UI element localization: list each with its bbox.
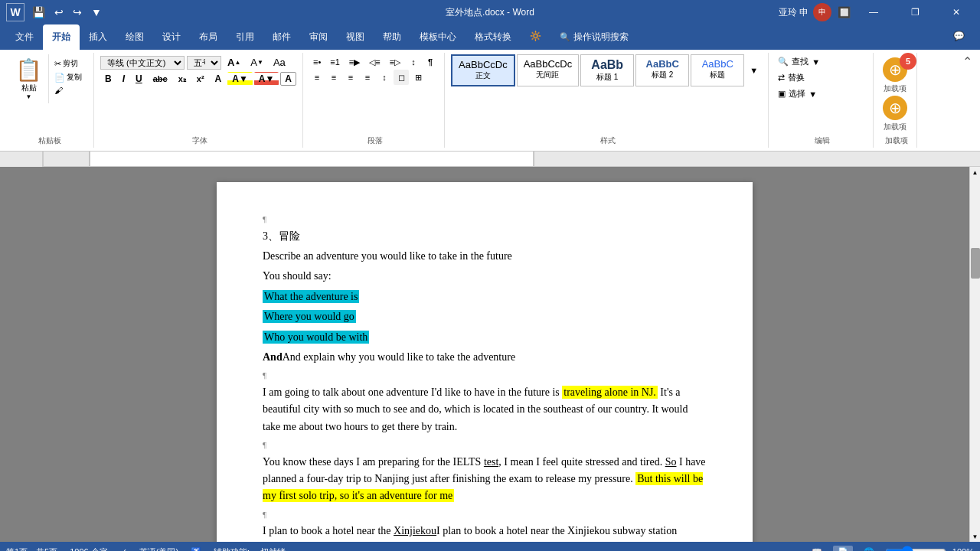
- italic-button[interactable]: I: [118, 72, 129, 86]
- superscript-button[interactable]: x²: [192, 73, 209, 85]
- pilcrow-1: ¶: [263, 213, 707, 227]
- zoom-slider[interactable]: [885, 546, 946, 551]
- section-num: 3、冒险: [263, 230, 300, 242]
- window-title: 室外地点.docx - Word: [446, 6, 534, 19]
- select-icon: ▣: [778, 89, 786, 99]
- underline-button[interactable]: U: [131, 72, 147, 86]
- vertical-scrollbar[interactable]: ▲ ▼: [969, 167, 980, 542]
- body2-test: test,: [484, 456, 501, 468]
- restore-btn[interactable]: ❐: [897, 0, 933, 24]
- and-bold: And: [263, 351, 283, 363]
- find-dropdown-icon[interactable]: ▼: [812, 57, 820, 67]
- xinjiekou: Xinjiekou: [394, 525, 436, 536]
- tab-comment[interactable]: 💬: [944, 24, 974, 50]
- change-case-btn[interactable]: Aa: [270, 54, 289, 70]
- tab-mail[interactable]: 邮件: [263, 24, 300, 50]
- bullet-who-text: Who you would be with: [263, 331, 369, 344]
- web-view-btn[interactable]: 🌐: [859, 546, 879, 552]
- tab-help[interactable]: 帮助: [374, 24, 410, 50]
- replace-button[interactable]: ⇄ 替换: [775, 70, 867, 85]
- show-marks-btn[interactable]: ¶: [423, 54, 438, 70]
- ribbon-content: 📋 粘贴 ▼ ✂剪切 📄复制 🖌 粘贴板 等线 (中文正文) 五号 A▲ A▼ …: [0, 50, 980, 152]
- scroll-track[interactable]: [970, 178, 980, 531]
- highlight-btn[interactable]: A▼: [227, 72, 253, 86]
- ribbon-collapse-btn[interactable]: ⌃: [961, 53, 974, 148]
- align-left-btn[interactable]: ≡: [309, 70, 325, 85]
- redo-btn[interactable]: ↪: [70, 5, 85, 20]
- scroll-thumb[interactable]: [971, 248, 980, 279]
- bullet-what: What the adventure is: [263, 289, 707, 305]
- multilevel-btn[interactable]: ≡▶: [345, 54, 364, 70]
- undo-btn[interactable]: ↩: [51, 5, 67, 20]
- align-right-btn[interactable]: ≡: [343, 70, 358, 85]
- char-border-btn[interactable]: A: [280, 72, 296, 86]
- format-painter-button[interactable]: 🖌: [52, 85, 84, 96]
- bullets-btn[interactable]: ≡•: [309, 54, 325, 70]
- tab-draw[interactable]: 绘图: [116, 24, 153, 50]
- line-spacing-btn[interactable]: ↕: [377, 70, 392, 85]
- font-size-select[interactable]: 五号: [187, 56, 221, 70]
- body2-so: So: [665, 456, 677, 468]
- bullet-who: Who you would be with: [263, 329, 707, 346]
- decrease-font-btn[interactable]: A▼: [247, 54, 267, 70]
- sort-btn[interactable]: ↕: [406, 54, 421, 70]
- save-btn[interactable]: 💾: [29, 5, 48, 20]
- ribbon-toggle[interactable]: 🔲: [838, 6, 850, 18]
- page-view-btn[interactable]: 📄: [833, 546, 853, 552]
- tab-search-action[interactable]: 🔍操作说明搜索: [550, 24, 638, 50]
- styles-more-btn[interactable]: ▼: [746, 63, 762, 78]
- shading-btn[interactable]: ◻: [394, 70, 409, 85]
- doc-scroll[interactable]: ¶ 3、冒险 Describe an adventure you would l…: [0, 167, 969, 542]
- tab-review[interactable]: 审阅: [300, 24, 337, 50]
- status-bar: 第1页，共5页 1096 个字 ✓ 英语(美国) ♿ 辅助功能: 一切就绪 📖 …: [0, 542, 980, 551]
- doc-and-explain: AndAnd explain why you would like to tak…: [263, 349, 707, 366]
- tab-insert[interactable]: 插入: [80, 24, 116, 50]
- numbering-btn[interactable]: ≡1: [326, 54, 344, 70]
- text-effects-btn[interactable]: A: [211, 72, 227, 86]
- find-button[interactable]: 🔍 查找 ▼: [775, 54, 867, 69]
- tab-references[interactable]: 引用: [227, 24, 263, 50]
- subscript-button[interactable]: x₂: [174, 73, 191, 86]
- tab-layout[interactable]: 布局: [190, 24, 227, 50]
- tab-light[interactable]: 🔆: [521, 24, 550, 50]
- close-btn[interactable]: ✕: [939, 0, 974, 24]
- increase-indent-btn[interactable]: ≡▷: [386, 54, 404, 70]
- style-heading2[interactable]: AaBbC 标题 2: [635, 54, 689, 86]
- language: 英语(美国): [139, 546, 178, 552]
- read-view-btn[interactable]: 📖: [807, 546, 827, 552]
- align-center-btn[interactable]: ≡: [326, 70, 341, 85]
- borders-btn[interactable]: ⊞: [410, 70, 426, 85]
- font-color-btn[interactable]: A▼: [254, 72, 279, 86]
- decrease-indent-btn[interactable]: ◁≡: [365, 54, 384, 70]
- tab-file[interactable]: 文件: [6, 24, 43, 50]
- increase-font-btn[interactable]: A▲: [224, 54, 244, 70]
- copy-button[interactable]: 📄复制: [52, 71, 84, 83]
- scroll-up-btn[interactable]: ▲: [970, 167, 980, 178]
- notification-badge: 5: [900, 53, 916, 70]
- tab-view[interactable]: 视图: [337, 24, 374, 50]
- tab-home[interactable]: 开始: [43, 24, 80, 50]
- select-dropdown-icon[interactable]: ▼: [808, 90, 817, 99]
- tab-template[interactable]: 模板中心: [410, 24, 466, 50]
- styles-gallery: AaBbCcDc 正文 AaBbCcDc 无间距 AaBb 标题 1 AaBbC…: [451, 54, 762, 86]
- style-normal[interactable]: AaBbCcDc 正文: [451, 54, 515, 86]
- cut-button[interactable]: ✂剪切: [52, 57, 84, 70]
- bold-button[interactable]: B: [100, 72, 116, 86]
- paste-button[interactable]: 📋 粘贴 ▼: [9, 54, 49, 103]
- minimize-btn[interactable]: —: [856, 0, 891, 24]
- scroll-down-btn[interactable]: ▼: [970, 531, 980, 542]
- tab-format-convert[interactable]: 格式转换: [466, 24, 521, 50]
- zoom-level: 100%: [952, 547, 974, 551]
- justify-btn[interactable]: ≡: [360, 70, 375, 85]
- strikethrough-button[interactable]: abc: [149, 73, 172, 85]
- style-no-space[interactable]: AaBbCcDc 无间距: [517, 54, 580, 86]
- user-avatar[interactable]: 申: [813, 3, 831, 21]
- body1-highlight: traveling alone in NJ.: [562, 386, 658, 399]
- style-title[interactable]: AaBbC 标题: [691, 54, 744, 86]
- select-button[interactable]: ▣ 选择 ▼: [775, 86, 867, 101]
- font-name-select[interactable]: 等线 (中文正文): [100, 56, 185, 70]
- style-heading1[interactable]: AaBb 标题 1: [580, 54, 634, 86]
- quick-access-dropdown[interactable]: ▼: [88, 5, 105, 20]
- tab-design[interactable]: 设计: [153, 24, 190, 50]
- addon-btn2[interactable]: ⊕: [883, 96, 907, 120]
